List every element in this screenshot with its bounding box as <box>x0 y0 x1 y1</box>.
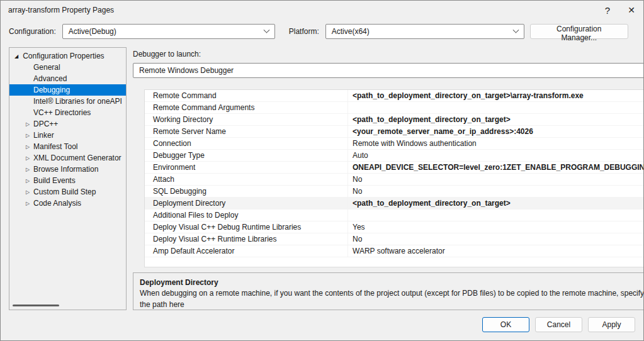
property-row-remote-command[interactable]: Remote Command <path_to_deployment_direc… <box>145 90 644 102</box>
tree-item-label: Intel® Libraries for oneAPI <box>33 97 122 106</box>
property-name[interactable]: Remote Command <box>145 91 347 100</box>
property-value[interactable]: <path_to_deployment_directory_on_target>… <box>347 90 644 101</box>
tree-item-general[interactable]: General <box>9 62 126 73</box>
property-name[interactable]: Remote Command Arguments <box>145 103 347 112</box>
tree-item-configuration-properties[interactable]: ◢ Configuration Properties <box>9 50 126 62</box>
property-value[interactable]: <path_to_deployment_directory_on_target> <box>347 198 644 209</box>
platform-combobox[interactable]: Active(x64) <box>325 24 524 39</box>
property-name[interactable]: Remote Server Name <box>145 127 347 136</box>
property-value[interactable] <box>347 102 644 113</box>
property-value[interactable]: No <box>347 174 644 185</box>
help-button[interactable]: ? <box>596 1 619 20</box>
property-name[interactable]: Attach <box>145 175 347 184</box>
property-row-sql-debugging[interactable]: SQL Debugging No <box>145 186 644 198</box>
tree-item-label: Browse Information <box>33 165 98 174</box>
chevron-down-icon <box>263 26 269 33</box>
tree-item-label: Configuration Properties <box>23 52 104 60</box>
property-name[interactable]: Working Directory <box>145 115 347 124</box>
property-value[interactable]: No <box>347 233 644 245</box>
tree-item-label: XML Document Generator <box>33 154 121 162</box>
tree-item-browse-information[interactable]: ▷ Browse Information <box>9 164 126 175</box>
configuration-combobox[interactable]: Active(Debug) <box>62 24 275 39</box>
property-row-attach[interactable]: Attach No <box>145 174 644 186</box>
property-value[interactable]: <path_to_deployment_directory_on_target> <box>347 114 644 125</box>
property-name[interactable]: Deployment Directory <box>145 199 347 208</box>
property-value[interactable]: Auto <box>347 150 644 161</box>
platform-value: Active(x64) <box>332 27 370 36</box>
configuration-manager-button[interactable]: Configuration Manager... <box>530 24 628 39</box>
property-value[interactable]: Yes <box>347 221 644 233</box>
tree-item-debugging[interactable]: Debugging <box>9 84 126 96</box>
tree-item-manifest-tool[interactable]: ▷ Manifest Tool <box>9 141 126 152</box>
tree-item-build-events[interactable]: ▷ Build Events <box>9 175 126 186</box>
property-name[interactable]: Additional Files to Deploy <box>145 211 347 220</box>
property-grid: Remote Command <path_to_deployment_direc… <box>144 89 644 268</box>
property-row-deploy-debug-runtime-libraries[interactable]: Deploy Visual C++ Debug Runtime Librarie… <box>145 221 644 233</box>
tree-item-label: General <box>33 63 60 72</box>
tree-item-dpcpp[interactable]: ▷ DPC++ <box>9 118 126 130</box>
property-row-connection[interactable]: Connection Remote with Windows authentic… <box>145 138 644 150</box>
property-value[interactable]: No <box>347 186 644 197</box>
collapsed-expander-icon[interactable]: ▷ <box>26 121 33 127</box>
tree-item-code-analysis[interactable]: ▷ Code Analysis <box>9 198 126 209</box>
property-value[interactable]: <your_remote_server_name_or_ip_address>:… <box>347 126 644 137</box>
tree-item-intel-libraries-for-oneapi[interactable]: Intel® Libraries for oneAPI <box>9 96 126 107</box>
window-title: array-transform Property Pages <box>8 6 596 14</box>
main-area: ◢ Configuration Properties General Advan… <box>1 43 643 310</box>
property-row-working-directory[interactable]: Working Directory <path_to_deployment_di… <box>145 114 644 126</box>
tree-item-advanced[interactable]: Advanced <box>9 73 126 84</box>
collapsed-expander-icon[interactable]: ▷ <box>26 178 33 184</box>
property-row-debugger-type[interactable]: Debugger Type Auto <box>145 150 644 162</box>
property-value[interactable]: Remote with Windows authentication <box>347 138 644 149</box>
property-name[interactable]: Connection <box>145 139 347 148</box>
config-bar: Configuration: Active(Debug) Platform: A… <box>1 20 643 43</box>
property-value[interactable]: ONEAPI_DEVICE_SELECTOR=level_zero:1ZET_E… <box>347 162 644 173</box>
right-panel: Debugger to launch: Remote Windows Debug… <box>127 47 644 310</box>
category-tree: ◢ Configuration Properties General Advan… <box>9 47 127 310</box>
collapsed-expander-icon[interactable]: ▷ <box>26 201 33 206</box>
property-row-remote-server-name[interactable]: Remote Server Name <your_remote_server_n… <box>145 126 644 138</box>
apply-button[interactable]: Apply <box>588 317 635 332</box>
configuration-label: Configuration: <box>9 27 56 36</box>
tree-horizontal-scrollbar[interactable] <box>10 302 125 308</box>
property-name[interactable]: Deploy Visual C++ Debug Runtime Librarie… <box>145 223 347 232</box>
property-name[interactable]: Debugger Type <box>145 151 347 160</box>
property-name[interactable]: Environment <box>145 163 347 172</box>
collapsed-expander-icon[interactable]: ▷ <box>26 133 33 138</box>
collapsed-expander-icon[interactable]: ▷ <box>26 144 33 150</box>
debugger-combobox[interactable]: Remote Windows Debugger <box>133 63 644 78</box>
property-pages-dialog: array-transform Property Pages ? ✕ Confi… <box>0 0 644 341</box>
property-row-environment[interactable]: Environment ONEAPI_DEVICE_SELECTOR=level… <box>145 162 644 174</box>
configuration-value: Active(Debug) <box>69 27 116 36</box>
tree-item-label: Linker <box>33 131 54 140</box>
property-row-amp-default-accelerator[interactable]: Amp Default Accelerator WARP software ac… <box>145 245 644 257</box>
tree-item-label: DPC++ <box>33 120 58 128</box>
tree-item-custom-build-step[interactable]: ▷ Custom Build Step <box>9 186 126 198</box>
property-value[interactable]: WARP software accelerator <box>347 245 644 257</box>
ok-button[interactable]: OK <box>482 317 529 332</box>
platform-label: Platform: <box>289 27 319 36</box>
property-name[interactable]: Deploy Visual C++ Runtime Libraries <box>145 235 347 243</box>
property-value[interactable] <box>347 210 644 221</box>
tree-item-label: Manifest Tool <box>33 142 77 151</box>
property-row-remote-command-arguments[interactable]: Remote Command Arguments <box>145 102 644 114</box>
collapsed-expander-icon[interactable]: ▷ <box>26 155 33 161</box>
expanded-icon[interactable]: ◢ <box>14 53 18 59</box>
property-name[interactable]: Amp Default Accelerator <box>145 247 347 255</box>
tree-item-vcpp-directories[interactable]: VC++ Directories <box>9 107 126 118</box>
tree-item-xml-document-generator[interactable]: ▷ XML Document Generator <box>9 152 126 164</box>
close-button[interactable]: ✕ <box>619 1 643 20</box>
property-row-deployment-directory[interactable]: Deployment Directory <path_to_deployment… <box>145 198 644 210</box>
tree-item-linker[interactable]: ▷ Linker <box>9 130 126 141</box>
collapsed-expander-icon[interactable]: ▷ <box>26 167 33 172</box>
tree-item-label: Advanced <box>33 74 67 83</box>
property-row-additional-files-to-deploy[interactable]: Additional Files to Deploy <box>145 210 644 221</box>
debugger-value: Remote Windows Debugger <box>139 66 234 75</box>
cancel-button[interactable]: Cancel <box>535 317 582 332</box>
collapsed-expander-icon[interactable]: ▷ <box>26 189 33 195</box>
tree-item-label: Code Analysis <box>33 199 81 208</box>
property-name[interactable]: SQL Debugging <box>145 187 347 196</box>
property-row-deploy-runtime-libraries[interactable]: Deploy Visual C++ Runtime Libraries No <box>145 233 644 245</box>
scrollbar-thumb[interactable] <box>13 305 59 306</box>
description-text: When debugging on a remote machine, if y… <box>140 288 644 310</box>
